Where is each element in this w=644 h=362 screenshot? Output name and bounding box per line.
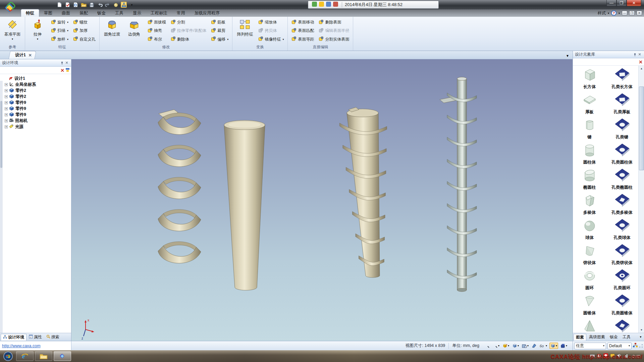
mirror-feature-button[interactable]: 镜像特征▾ [257,36,285,43]
library-item-长方体[interactable]: 长方体 [574,68,605,89]
close-panel-icon[interactable]: ✕ [637,52,642,57]
clip-icon[interactable] [531,343,537,349]
render-icon[interactable] [113,2,119,8]
library-item-孔类椭圆柱[interactable]: 孔类椭圆柱 [607,168,637,190]
library-item-键[interactable]: 键 [574,118,605,140]
library-tab-高级图素[interactable]: 高级图素 [587,334,607,341]
library-item-饼状体[interactable]: 饼状体 [574,244,605,265]
offset-button[interactable]: 偏移▾ [209,36,230,43]
panel-tab-搜索[interactable]: 搜索 [44,334,61,341]
library-item-多棱体[interactable]: 多棱体 [574,193,605,215]
minimize-button[interactable]: — [606,0,616,6]
thread-button[interactable]: 螺纹 [71,19,97,26]
zoom-window-icon[interactable]: ▾ [492,343,500,349]
scale-body-button[interactable]: 缩放体 [257,19,285,26]
design-tree-icon[interactable] [121,2,127,8]
undo-icon[interactable] [97,2,103,8]
flash-icon[interactable] [319,2,324,7]
expand-icon[interactable]: + [5,89,8,92]
rib-button[interactable]: 筋板 [209,19,230,26]
taskbar-explorer-button[interactable] [35,351,52,361]
custom-hole-button[interactable]: 自定义孔 [71,36,97,43]
close-panel-icon[interactable]: ✕ [64,61,69,65]
redo-icon[interactable] [105,2,111,8]
preview-icon[interactable] [72,2,78,8]
close-button[interactable]: ✕ [627,0,641,6]
display-mode-icon[interactable]: ▾ [512,343,520,349]
pin-icon[interactable] [633,52,637,57]
filter-combobox[interactable]: 任意 ▾ [574,343,606,349]
face-draft-button[interactable]: 面拔模 [146,19,168,26]
capture-icon[interactable] [333,2,338,7]
face-offset-button[interactable]: 表面等距 [290,36,316,43]
expand-icon[interactable]: + [5,113,8,116]
library-item-孔类饼状体[interactable]: 孔类饼状体 [607,244,637,265]
library-item-棱锥体[interactable]: 棱锥体 [574,319,605,333]
tab-1[interactable]: 特征 [21,9,39,17]
document-tab-close-icon[interactable]: ✕ [29,53,32,58]
help-dropdown-icon[interactable]: ▾ [619,12,620,15]
library-item-圆柱体[interactable]: 圆柱体 [574,143,605,165]
viewport-3d[interactable]: x z [71,59,573,341]
tree-item-零件2[interactable]: + 零件2 [3,87,70,94]
loft-button[interactable]: 放样▾ [49,36,70,43]
scroll-up-icon[interactable]: ▲ [639,66,644,71]
tree-item-照相机[interactable]: +照相机 [3,118,70,124]
delete-body-button[interactable]: 删除体 [169,36,208,43]
style-combobox[interactable]: Default ▾ [607,343,632,349]
split-face-button[interactable]: 分割实体表面 [317,36,351,43]
scroll-thumb[interactable] [639,86,644,170]
revolve-button[interactable]: 旋转▾ [49,19,70,26]
library-item-孔类圆环[interactable]: 孔类圆环 [607,269,637,291]
panel-tab-属性[interactable]: 属性 [27,334,44,341]
sync-icon[interactable] [312,2,317,7]
expand-icon[interactable]: + [5,119,8,122]
library-item-孔类多棱体[interactable]: 孔类多棱体 [607,193,637,215]
library-item-孔类键[interactable]: 孔类键 [607,118,637,140]
library-item-孔类球体[interactable]: 孔类球体 [607,219,637,240]
zoom-in-icon[interactable] [484,343,490,349]
style-button[interactable]: 样式 [598,10,606,16]
tree-scrollbar[interactable] [0,81,3,333]
mdi-close-button[interactable]: ✕ [637,11,642,15]
library-item-孔类圆锥体[interactable]: 孔类圆锥体 [607,294,637,316]
library-item-孔类厚板[interactable]: 孔类厚板 [607,93,637,115]
save-icon[interactable] [89,2,95,8]
new-body-icon[interactable]: ▾ [502,343,510,349]
tree-item-设计1[interactable]: 设计1 [3,75,70,81]
expand-icon[interactable]: + [5,83,8,86]
tree-item-光源[interactable]: +光源 [3,124,70,130]
library-scrollbar[interactable]: ▲ ▼ [638,66,644,333]
tab-6[interactable]: 工具 [110,9,128,17]
mdi-restore-button[interactable]: ❐ [629,11,635,15]
expand-icon[interactable]: + [5,125,8,128]
tab-4[interactable]: 装配 [75,9,93,17]
tab-3[interactable]: 曲面 [57,9,75,17]
fillet-button[interactable]: 圆角过渡 [102,18,122,44]
sweep-button[interactable]: 扫描▾ [49,27,70,35]
tree-item-零件9[interactable]: + 零件9 [3,100,70,106]
document-tab[interactable]: 设计1 ✕ [8,51,36,59]
library-item-孔类棱锥体[interactable]: 孔类棱锥体 [607,319,637,333]
tree-item-零件2[interactable]: + 零件2 [3,94,70,100]
tree-item-全局坐标系[interactable]: +全局坐标系 [3,81,70,87]
library-manager-icon[interactable] [633,343,638,349]
timer-icon[interactable] [326,2,331,7]
doc-strip-dropdown-icon[interactable]: ▼ [566,54,569,58]
chamfer-button[interactable]: 边倒角 [124,18,145,44]
library-item-椭圆柱[interactable]: 椭圆柱 [574,168,605,190]
library-item-厚板[interactable]: 厚板 [574,93,605,115]
quick-access-dropdown-icon[interactable]: ▾ [129,2,135,8]
taskbar-ie-button[interactable]: e [16,351,34,361]
extrude-button[interactable]: 拉伸▾ [27,18,48,44]
caxa-logo-icon[interactable] [3,1,17,16]
expand-icon[interactable]: + [5,107,8,110]
cancel-icon[interactable]: ✕ [639,59,643,65]
trim-button[interactable]: 裁剪 [209,27,230,35]
delete-face-button[interactable]: 删除表面 [317,19,351,26]
filter-tree-icon[interactable] [65,67,70,73]
open-marked-icon[interactable] [64,2,70,8]
tab-2[interactable]: 草图 [39,9,57,17]
face-move-button[interactable]: 表面移动 [290,19,316,26]
resize-grip[interactable] [639,344,643,348]
